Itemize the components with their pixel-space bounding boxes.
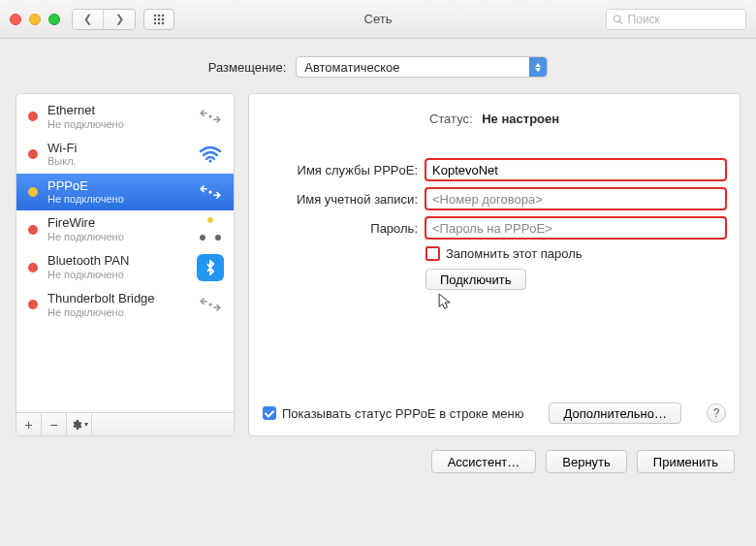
status-dot-icon bbox=[28, 112, 38, 121]
interface-name: FireWire bbox=[47, 215, 187, 231]
show-in-menubar-checkbox[interactable] bbox=[263, 406, 276, 420]
svg-point-4 bbox=[158, 17, 160, 19]
sidebar-item-wi-fi[interactable]: Wi-FiВыкл. bbox=[16, 136, 234, 174]
location-label: Размещение: bbox=[208, 60, 287, 75]
sidebar-item-ethernet[interactable]: EthernetНе подключено bbox=[16, 98, 234, 136]
interface-type-icon bbox=[197, 219, 224, 241]
status-dot-icon bbox=[28, 300, 38, 309]
sidebar-footer: + − ▾ bbox=[16, 412, 234, 435]
svg-point-14 bbox=[208, 304, 211, 306]
interface-type-icon bbox=[197, 294, 224, 315]
interface-status: Не подключено bbox=[47, 269, 187, 281]
status-dot-icon bbox=[28, 263, 38, 273]
sidebar-item-bluetooth-pan[interactable]: Bluetooth PANНе подключено bbox=[16, 248, 234, 286]
service-name-label: Имя службы PPPoE: bbox=[263, 163, 418, 177]
interface-status: Не подключено bbox=[47, 193, 187, 206]
interface-sidebar: EthernetНе подключеноWi-FiВыкл.PPPoEНе п… bbox=[16, 93, 235, 436]
remember-password-label: Запомнить этот пароль bbox=[446, 246, 583, 261]
location-popup[interactable]: Автоматическое bbox=[296, 56, 548, 78]
location-value: Автоматическое bbox=[304, 60, 399, 75]
svg-point-6 bbox=[154, 21, 156, 23]
password-label: Пароль: bbox=[263, 221, 418, 236]
interface-status: Выкл. bbox=[47, 155, 187, 168]
search-box[interactable] bbox=[606, 9, 746, 30]
status-label: Статус: bbox=[429, 112, 473, 126]
remember-password-checkbox[interactable] bbox=[425, 246, 440, 261]
bottom-button-bar: Ассистент… Вернуть Применить bbox=[16, 436, 740, 473]
advanced-button[interactable]: Дополнительно… bbox=[549, 402, 681, 424]
interface-actions-button[interactable]: ▾ bbox=[67, 413, 92, 435]
svg-point-5 bbox=[162, 17, 164, 19]
cursor-icon bbox=[435, 290, 457, 315]
show-all-button[interactable] bbox=[143, 9, 174, 30]
interface-type-icon bbox=[197, 181, 224, 203]
svg-point-11 bbox=[208, 115, 211, 118]
window-controls bbox=[10, 14, 60, 25]
forward-button[interactable]: ❯ bbox=[104, 10, 135, 29]
account-name-input[interactable] bbox=[425, 188, 726, 209]
sidebar-item-thunderbolt-bridge[interactable]: Thunderbolt BridgeНе подключено bbox=[16, 286, 234, 324]
content: Размещение: Автоматическое EthernetНе по… bbox=[0, 39, 756, 546]
back-button[interactable]: ❮ bbox=[73, 10, 104, 29]
svg-point-7 bbox=[158, 21, 160, 23]
gear-icon bbox=[71, 419, 82, 431]
zoom-window-button[interactable] bbox=[48, 14, 60, 25]
detail-pane: Статус: Не настроен Имя службы PPPoE: Им… bbox=[248, 93, 740, 436]
titlebar: ❮ ❯ Сеть bbox=[0, 0, 756, 39]
assistant-button[interactable]: Ассистент… bbox=[431, 450, 537, 473]
add-interface-button[interactable]: + bbox=[16, 413, 42, 435]
svg-line-10 bbox=[619, 20, 622, 23]
help-button[interactable]: ? bbox=[707, 403, 726, 423]
status-value: Не настроен bbox=[482, 112, 559, 126]
interface-list: EthernetНе подключеноWi-FiВыкл.PPPoEНе п… bbox=[16, 94, 234, 412]
sidebar-item-firewire[interactable]: FireWireНе подключено bbox=[16, 210, 234, 248]
apply-button[interactable]: Применить bbox=[637, 450, 735, 473]
minimize-window-button[interactable] bbox=[29, 14, 41, 25]
svg-point-2 bbox=[162, 14, 164, 16]
svg-point-1 bbox=[158, 14, 160, 16]
svg-point-3 bbox=[154, 17, 156, 19]
svg-point-13 bbox=[208, 190, 211, 193]
pppoe-form: Имя службы PPPoE: Имя учетной записи: Па… bbox=[263, 159, 726, 290]
interface-name: PPPoE bbox=[47, 178, 187, 194]
status-dot-icon bbox=[28, 187, 38, 197]
interface-type-icon bbox=[197, 144, 224, 165]
interface-status: Не подключено bbox=[47, 118, 187, 131]
status-row: Статус: Не настроен bbox=[263, 112, 726, 126]
remove-interface-button[interactable]: − bbox=[42, 413, 67, 435]
close-window-button[interactable] bbox=[10, 14, 21, 25]
svg-point-12 bbox=[208, 160, 211, 163]
interface-status: Не подключено bbox=[47, 306, 187, 319]
interface-type-icon bbox=[197, 106, 224, 127]
interface-name: Wi-Fi bbox=[47, 141, 187, 156]
popup-arrows-icon bbox=[529, 57, 547, 77]
svg-point-9 bbox=[614, 16, 620, 22]
status-dot-icon bbox=[28, 225, 38, 235]
account-name-label: Имя учетной записи: bbox=[263, 192, 418, 207]
search-icon bbox=[613, 14, 623, 25]
interface-status: Не подключено bbox=[47, 231, 187, 243]
show-in-menubar-label: Показывать статус PPPoE в строке меню bbox=[282, 406, 524, 421]
sidebar-item-pppoe[interactable]: PPPoEНе подключено bbox=[16, 174, 234, 211]
interface-type-icon bbox=[197, 257, 224, 278]
interface-name: Thunderbolt Bridge bbox=[47, 291, 187, 306]
service-name-input[interactable] bbox=[425, 159, 726, 180]
password-input[interactable] bbox=[425, 217, 726, 239]
svg-point-8 bbox=[162, 21, 164, 23]
location-row: Размещение: Автоматическое bbox=[16, 56, 740, 78]
status-dot-icon bbox=[28, 149, 38, 159]
connect-button[interactable]: Подключить bbox=[425, 269, 526, 290]
revert-button[interactable]: Вернуть bbox=[546, 450, 627, 473]
interface-name: Ethernet bbox=[47, 103, 187, 118]
show-in-menubar-row: Показывать статус PPPoE в строке меню До… bbox=[263, 402, 726, 424]
search-input[interactable] bbox=[628, 13, 740, 26]
nav-back-forward: ❮ ❯ bbox=[72, 9, 136, 30]
interface-name: Bluetooth PAN bbox=[47, 253, 187, 269]
grid-icon bbox=[153, 14, 165, 25]
svg-point-0 bbox=[154, 14, 156, 16]
